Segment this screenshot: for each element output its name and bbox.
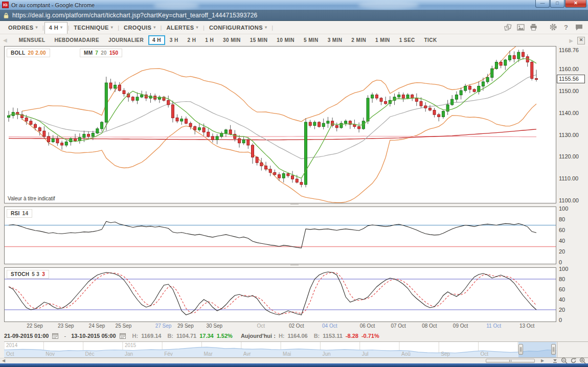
date-tick: 24 Sep (89, 323, 105, 329)
stochastic-axis: 100806040200 (556, 267, 588, 322)
price-tick: 1168.76 (559, 47, 579, 53)
timeframe-items: MENSUELHEBDOMADAIREJOURNALIER4 H3 H2 H1 … (14, 35, 442, 45)
image-icon[interactable] (516, 23, 525, 31)
horizontal-scrollbar[interactable]: ◀ ▶ (0, 358, 588, 363)
navigator-left-handle[interactable] (518, 344, 523, 355)
scroll-right-icon[interactable]: ▶ (541, 358, 544, 363)
menu-alertes[interactable]: ALERTES▾ (162, 22, 202, 33)
maximize-button[interactable]: □ (550, 0, 564, 8)
timeframe-10-min[interactable]: 10 MIN (272, 36, 299, 44)
timeframe-2-min[interactable]: 2 MIN (347, 36, 371, 44)
navigator-right-handle[interactable] (551, 344, 556, 355)
windows-taskbar[interactable] (0, 363, 588, 367)
stoch-tick: 60 (559, 286, 565, 292)
menu-croquis[interactable]: CROQUIS▾ (120, 22, 160, 33)
close-button[interactable]: ✕ (565, 0, 586, 8)
price-tick: 1120.00 (559, 153, 579, 159)
navigator-month-label: Jul (362, 351, 369, 357)
minimize-button[interactable]: — (535, 0, 550, 8)
range-start-date[interactable]: 21-09-2015 01:00 (4, 333, 49, 339)
navigator-selection[interactable] (518, 342, 556, 357)
feedback-icon[interactable] (575, 23, 583, 31)
timeframe-3-min[interactable]: 3 MIN (323, 36, 347, 44)
date-tick: 29 Sep (177, 323, 194, 329)
print-icon[interactable] (529, 23, 537, 31)
date-tick: 11 Oct (486, 323, 501, 329)
today-label: Aujourd'hui : (241, 333, 276, 339)
timeframe-mensuel[interactable]: MENSUEL (14, 36, 50, 44)
rsi-pane[interactable]: RSI 14 (4, 207, 556, 264)
window-title: Or au comptant - Google Chrome (11, 2, 95, 8)
menu-items: ORDRES▾|4 H▾|TECHNIQUE▾|CROQUIS▾|ALERTES… (4, 22, 274, 33)
menu-separator: | (118, 25, 119, 31)
date-tick: 25 Sep (116, 323, 132, 329)
stochastic-pane[interactable]: STOCH 5 3 3 (4, 267, 556, 322)
layers-icon[interactable] (504, 23, 512, 31)
timeframe-hebdomadaire[interactable]: HEBDOMADAIRE (50, 36, 104, 44)
navigator-year-label: 2014 (6, 342, 17, 348)
help-icon[interactable]: ? (562, 23, 570, 31)
timeframe-30-min[interactable]: 30 MIN (218, 36, 245, 44)
navigator-month-label: Jan (125, 351, 133, 357)
today-high-label: H: (279, 333, 285, 339)
navigator-month-label: Déc (85, 351, 95, 357)
stoch-d-line (9, 272, 536, 314)
close-panel-icon[interactable]: ✕ (577, 37, 585, 44)
scrollbar-thumb[interactable] (486, 359, 535, 363)
scroll-left-icon[interactable]: ◀ (2, 358, 5, 363)
rsi-tick: 40 (559, 238, 565, 244)
chevron-left-icon[interactable]: ◀ (3, 37, 7, 43)
price-chart-pane[interactable]: BOLL 20 2.00 MM 7 20 150 Valeur à titre … (4, 46, 556, 203)
menu-configurations[interactable]: CONFIGURATIONS▾ (205, 22, 271, 33)
price-tick: 1110.00 (559, 175, 578, 181)
menu-ordres[interactable]: ORDRES▾ (4, 22, 42, 33)
ig-favicon: IG (2, 2, 9, 8)
browser-window: IG Or au comptant - Google Chrome — □ ✕ … (0, 0, 588, 367)
menu-separator: | (272, 25, 273, 31)
navigator-month-label: Oct (481, 351, 489, 357)
chevron-down-icon: ▾ (196, 25, 198, 30)
candlestick-plot[interactable] (5, 47, 556, 203)
period-change: 17.34 (199, 333, 214, 339)
rsi-tick: 60 (559, 227, 565, 233)
window-titlebar[interactable]: IG Or au comptant - Google Chrome — □ ✕ (0, 0, 588, 10)
chevron-right-icon[interactable]: ▶ (569, 38, 573, 43)
calendar-icon[interactable] (119, 333, 126, 339)
menu-separator: | (68, 25, 70, 31)
chart-status-bar: 21-09-2015 01:00 - 13-10-2015 05:00 H: 1… (0, 330, 588, 341)
price-axis[interactable]: 1168.761160.001150.001140.001130.001120.… (556, 46, 588, 203)
calendar-icon[interactable] (52, 333, 59, 339)
settings-icon[interactable] (549, 23, 557, 31)
desktop-cloud (153, 2, 199, 9)
timeframe-2-h[interactable]: 2 H (183, 36, 201, 44)
timeframe-1-h[interactable]: 1 H (200, 36, 218, 44)
stoch-tick: 100 (559, 266, 568, 272)
timeframe-1-min[interactable]: 1 MIN (371, 36, 395, 44)
date-tick: 09 Oct (453, 323, 468, 329)
url-text[interactable]: https://deal.ig.com/platform/chart/tickc… (12, 12, 257, 19)
rsi-plot[interactable] (5, 207, 556, 264)
timeframe-tick[interactable]: TICK (420, 36, 442, 44)
timeline-navigator[interactable]: OctNovDécJanFévMarAvrMaiJunJulAoûSepOct2… (4, 341, 557, 358)
price-tick: 1150.00 (559, 88, 579, 94)
menu-separator: | (42, 25, 44, 31)
timeframe-1-sec[interactable]: 1 SEC (395, 36, 420, 44)
timeframe-journalier[interactable]: JOURNALIER (104, 36, 148, 44)
menu-separator: | (203, 25, 205, 31)
navigator-month-label: Aoû (401, 351, 411, 357)
timeframe-3-h[interactable]: 3 H (165, 36, 183, 44)
lock-icon (3, 12, 9, 19)
stochastic-plot[interactable] (5, 268, 556, 322)
navigator-right-gutter (557, 341, 588, 358)
chevron-down-icon: ▾ (111, 25, 113, 30)
menu-4-h[interactable]: 4 H▾ (44, 22, 67, 34)
rsi-tick: 100 (559, 205, 568, 212)
timeframe-4-h[interactable]: 4 H (148, 35, 165, 45)
range-end-date[interactable]: 13-10-2015 05:00 (71, 333, 116, 339)
timeframe-15-min[interactable]: 15 MIN (245, 36, 273, 44)
url-bar[interactable]: https://deal.ig.com/platform/chart/tickc… (0, 10, 588, 21)
menu-technique[interactable]: TECHNIQUE▾ (70, 22, 117, 33)
navigator-month-label: Nov (46, 351, 55, 357)
timeframe-5-min[interactable]: 5 MIN (299, 36, 323, 44)
date-tick: 23 Sep (58, 323, 74, 329)
